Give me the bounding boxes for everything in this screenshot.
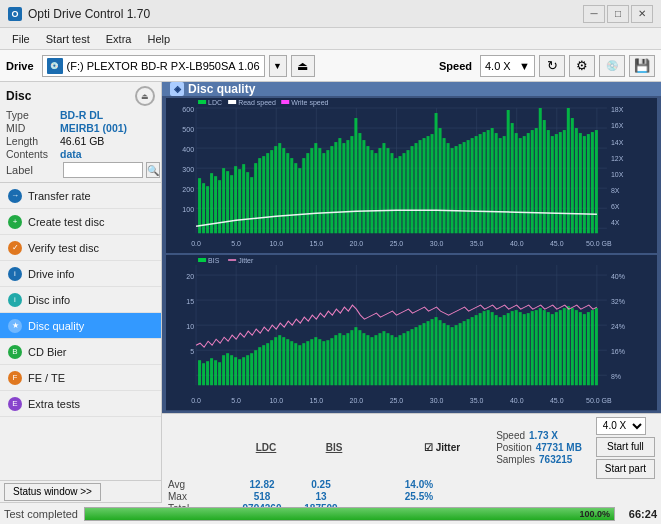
svg-rect-169 xyxy=(206,362,209,386)
svg-rect-218 xyxy=(402,333,405,385)
svg-rect-204 xyxy=(346,333,349,385)
svg-rect-207 xyxy=(358,330,361,385)
start-full-button[interactable]: Start full xyxy=(596,437,655,457)
svg-rect-264 xyxy=(587,312,590,385)
jitter-checkbox-container[interactable]: ☑ Jitter xyxy=(424,442,460,453)
sidebar-item-drive-info[interactable]: i Drive info xyxy=(0,261,161,287)
disc-label-key: Label xyxy=(6,164,60,176)
main-layout: Disc ⏏ Type BD-R DL MID MEIRB1 (001) Len… xyxy=(0,82,661,502)
svg-rect-97 xyxy=(511,123,514,233)
svg-rect-99 xyxy=(519,138,522,233)
svg-rect-32 xyxy=(250,177,253,233)
status-window-button[interactable]: Status window >> xyxy=(4,483,101,501)
svg-rect-209 xyxy=(366,335,369,385)
speed-dropdown-arrow: ▼ xyxy=(519,60,530,72)
chart-title-bar: ◈ Disc quality xyxy=(162,82,661,96)
svg-rect-35 xyxy=(262,156,265,233)
max-ldc: 518 xyxy=(254,491,271,502)
sidebar-item-fe-te[interactable]: F FE / TE xyxy=(0,365,161,391)
drive-dropdown-arrow[interactable]: ▼ xyxy=(269,55,287,77)
svg-rect-177 xyxy=(238,360,241,386)
create-test-disc-icon: + xyxy=(8,215,22,229)
svg-rect-217 xyxy=(398,335,401,385)
svg-rect-233 xyxy=(463,321,466,385)
svg-text:35.0: 35.0 xyxy=(470,240,484,247)
refresh-button[interactable]: ↻ xyxy=(539,55,565,77)
sidebar-item-cd-bier[interactable]: B CD Bier xyxy=(0,339,161,365)
svg-rect-36 xyxy=(266,153,269,233)
menu-help[interactable]: Help xyxy=(139,31,178,47)
jitter-checkbox[interactable]: ☑ xyxy=(424,442,433,453)
svg-rect-195 xyxy=(310,339,313,385)
sidebar-item-extra-tests[interactable]: E Extra tests xyxy=(0,391,161,417)
svg-text:20: 20 xyxy=(186,273,194,280)
status-bar-bottom: Status window >> xyxy=(0,480,161,502)
sidebar-item-disc-info[interactable]: i Disc info xyxy=(0,287,161,313)
disc-eject-icon[interactable]: ⏏ xyxy=(135,86,155,106)
svg-rect-244 xyxy=(507,313,510,385)
svg-rect-252 xyxy=(539,308,542,385)
save-button[interactable]: 💾 xyxy=(629,55,655,77)
svg-rect-211 xyxy=(374,335,377,385)
close-button[interactable]: ✕ xyxy=(631,5,653,23)
svg-rect-287 xyxy=(198,258,206,262)
svg-rect-144 xyxy=(198,100,206,104)
lower-chart: 20 15 10 5 40% 32% 24% 16% 8% 0.0 5.0 10… xyxy=(166,255,657,410)
svg-rect-212 xyxy=(378,333,381,385)
speed-key: Speed xyxy=(496,430,525,441)
disc-type-key: Type xyxy=(6,109,60,121)
svg-rect-260 xyxy=(571,308,574,385)
sidebar-item-create-test-disc[interactable]: + Create test disc xyxy=(0,209,161,235)
menu-file[interactable]: File xyxy=(4,31,38,47)
sidebar-item-verify-test-disc[interactable]: ✓ Verify test disc xyxy=(0,235,161,261)
speed-label: Speed xyxy=(439,60,472,72)
svg-text:0.0: 0.0 xyxy=(191,240,201,247)
cd-button[interactable]: 💿 xyxy=(599,55,625,77)
drive-select-container: 💿 (F:) PLEXTOR BD-R PX-LB950SA 1.06 ▼ ⏏ xyxy=(42,55,427,77)
svg-rect-80 xyxy=(443,138,446,233)
svg-rect-224 xyxy=(427,321,430,385)
svg-rect-60 xyxy=(362,140,365,233)
max-jitter: 25.5% xyxy=(405,491,433,502)
jitter-label: Jitter xyxy=(436,442,460,453)
settings-button[interactable]: ⚙ xyxy=(569,55,595,77)
menu-start-test[interactable]: Start test xyxy=(38,31,98,47)
svg-rect-30 xyxy=(242,164,245,233)
svg-rect-222 xyxy=(419,325,422,385)
svg-text:8%: 8% xyxy=(611,374,621,381)
disc-label-input[interactable] xyxy=(63,162,143,178)
disc-label-search-button[interactable]: 🔍 xyxy=(146,162,160,178)
svg-rect-29 xyxy=(238,169,241,233)
disc-title: Disc xyxy=(6,89,31,103)
menu-extra[interactable]: Extra xyxy=(98,31,140,47)
svg-text:30.0: 30.0 xyxy=(430,240,444,247)
svg-rect-34 xyxy=(258,158,261,233)
svg-text:Jitter: Jitter xyxy=(238,257,254,264)
eject-button[interactable]: ⏏ xyxy=(291,55,315,77)
svg-rect-73 xyxy=(415,143,418,233)
sidebar-item-transfer-rate[interactable]: → Transfer rate xyxy=(0,183,161,209)
svg-rect-89 xyxy=(479,134,482,233)
svg-rect-248 xyxy=(523,314,526,385)
minimize-button[interactable]: ─ xyxy=(583,5,605,23)
svg-rect-227 xyxy=(439,320,442,385)
speed-select[interactable]: 4.0 X ▼ xyxy=(480,55,535,77)
left-panel: Disc ⏏ Type BD-R DL MID MEIRB1 (001) Len… xyxy=(0,82,162,502)
svg-rect-240 xyxy=(491,312,494,385)
disc-section: Disc ⏏ Type BD-R DL MID MEIRB1 (001) Len… xyxy=(0,82,161,183)
svg-rect-49 xyxy=(318,148,321,233)
svg-rect-95 xyxy=(503,136,506,233)
svg-text:BIS: BIS xyxy=(208,257,220,264)
start-part-button[interactable]: Start part xyxy=(596,459,655,479)
svg-rect-37 xyxy=(270,150,273,233)
svg-rect-86 xyxy=(467,140,470,233)
svg-text:500: 500 xyxy=(182,126,194,133)
speed-select-box[interactable]: 4.0 X xyxy=(596,417,646,435)
sidebar-item-disc-quality[interactable]: ★ Disc quality xyxy=(0,313,161,339)
svg-rect-208 xyxy=(362,333,365,385)
svg-rect-108 xyxy=(555,134,558,233)
svg-rect-223 xyxy=(423,323,426,385)
maximize-button[interactable]: □ xyxy=(607,5,629,23)
disc-label-row: Label 🔍 xyxy=(6,162,155,178)
drive-select[interactable]: 💿 (F:) PLEXTOR BD-R PX-LB950SA 1.06 xyxy=(42,55,265,77)
